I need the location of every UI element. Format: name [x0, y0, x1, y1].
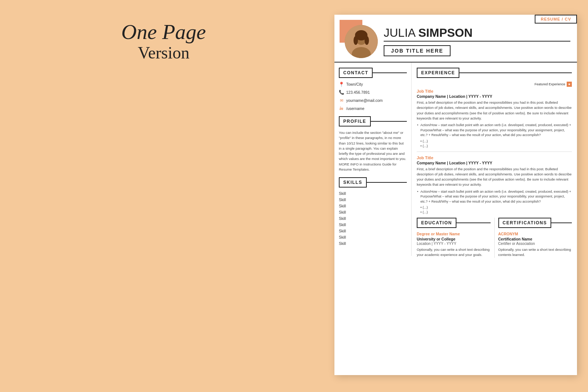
education-header-row: EDUCATION	[417, 218, 491, 228]
cert-header-row: CERTIFICATIONS	[498, 218, 572, 228]
cert-section-header: CERTIFICATIONS	[498, 218, 552, 228]
job-bullet-1-1: Action/How – start each bullet point wit…	[420, 123, 572, 138]
profile-photo	[345, 25, 378, 58]
job-description-2: First, a brief description of the positi…	[417, 167, 572, 188]
education-section: EDUCATION Degree or Master Name Universi…	[417, 218, 495, 258]
contact-location: 📍 Town/City	[339, 82, 407, 87]
skills-section-header: SKILLS	[339, 177, 367, 188]
skill-item: Skill	[339, 204, 407, 208]
contact-section: CONTACT 📍 Town/City 📞 123.456.7891	[339, 68, 407, 111]
exp-divider	[417, 152, 572, 152]
experience-section: EXPERIENCE Featured Experience ★ Job Tit…	[417, 68, 572, 258]
job-bullet-2-1: Action/How – start each bullet point wit…	[420, 189, 572, 204]
cert-description: Optionally, you can write a short text d…	[498, 247, 572, 258]
profile-header-line	[371, 121, 407, 122]
edu-degree: Degree or Master Name	[417, 232, 491, 236]
contact-header-row: CONTACT	[339, 68, 407, 78]
skill-item: Skill	[339, 241, 407, 246]
skill-item: Skill	[339, 191, 407, 196]
education-section-header: EDUCATION	[417, 218, 456, 228]
cert-acronym: ACRONYM	[498, 232, 572, 236]
profile-text: You can include the section "about me" o…	[339, 130, 407, 172]
job-bullet-1-2: • (...)	[420, 139, 572, 143]
skill-item: Skill	[339, 235, 407, 239]
job-title-1: Job Title	[417, 89, 572, 93]
job-entry-1: Job Title Company Name | Location | YYYY…	[417, 89, 572, 148]
name-divider-line	[384, 41, 570, 42]
right-column: EXPERIENCE Featured Experience ★ Job Tit…	[412, 63, 577, 263]
page-title-decoration: One Page Version	[121, 20, 206, 62]
job-entry-2: Job Title Company Name | Location | YYYY…	[417, 156, 572, 214]
avatar-svg	[345, 25, 378, 58]
location-text: Town/City	[346, 82, 363, 86]
job-title-box: JOB TITLE HERE	[384, 45, 451, 56]
email-text: yourname@mail.com	[346, 98, 383, 103]
email-icon: ✉	[339, 98, 344, 103]
edu-description: Optionally, you can write a short text d…	[417, 247, 491, 258]
job-bullet-2-2: • (...)	[420, 205, 572, 209]
featured-experience-badge: Featured Experience ★	[417, 82, 572, 87]
resume-cv-badge: RESUME / CV	[535, 15, 577, 24]
skill-item: Skill	[339, 229, 407, 233]
company-line-2: Company Name | Location | YYYY - YYYY	[417, 161, 572, 165]
edu-location: Location | YYYY - YYYY	[417, 242, 491, 246]
skills-header-line	[367, 182, 407, 183]
contact-linkedin: in /username	[339, 106, 407, 111]
first-name: JULIA	[384, 26, 415, 39]
contact-email: ✉ yourname@mail.com	[339, 98, 407, 103]
skills-section: SKILLS SkillSkillSkillSkillSkillSkillSki…	[339, 177, 407, 246]
phone-text: 123.456.7891	[346, 90, 370, 95]
svg-point-5	[365, 36, 369, 45]
bottom-sections: EDUCATION Degree or Master Name Universi…	[417, 218, 572, 258]
profile-section-header: PROFILE	[339, 116, 371, 126]
edu-school: University or College	[417, 237, 491, 241]
skills-list: SkillSkillSkillSkillSkillSkillSkillSkill…	[339, 191, 407, 246]
contact-header-line	[373, 72, 407, 73]
company-line-1: Company Name | Location | YYYY - YYYY	[417, 94, 572, 99]
job-title-2: Job Title	[417, 156, 572, 160]
experience-header-line	[459, 72, 572, 73]
experience-header-row: EXPERIENCE	[417, 68, 572, 78]
linkedin-text: /username	[346, 106, 365, 111]
edu-header-line	[456, 222, 491, 223]
location-icon: 📍	[339, 82, 344, 87]
job-bullet-1-3: • (...)	[420, 144, 572, 148]
skills-header-row: SKILLS	[339, 177, 407, 188]
person-name: JULIA SIMPSON	[384, 26, 570, 39]
phone-icon: 📞	[339, 90, 344, 95]
resume-body: CONTACT 📍 Town/City 📞 123.456.7891	[334, 63, 577, 263]
profile-section: PROFILE You can include the section "abo…	[339, 116, 407, 172]
featured-label: Featured Experience	[534, 82, 565, 86]
cert-name: Certification Name	[498, 237, 572, 241]
profile-header-row: PROFILE	[339, 116, 407, 126]
resume-header: RESUME / CV	[334, 15, 577, 63]
contact-section-header: CONTACT	[339, 68, 373, 78]
cert-certifier: Certifier or Association	[498, 242, 572, 246]
last-name: SIMPSON	[418, 26, 473, 39]
photo-circle	[345, 25, 378, 58]
job-bullet-2-3: • (...)	[420, 210, 572, 214]
header-top: JULIA SIMPSON JOB TITLE HERE	[341, 25, 570, 58]
job-description-1: First, a brief description of the positi…	[417, 100, 572, 121]
contact-phone: 📞 123.456.7891	[339, 90, 407, 95]
skill-item: Skill	[339, 197, 407, 202]
title-version: Version	[121, 44, 206, 63]
left-column: CONTACT 📍 Town/City 📞 123.456.7891	[334, 63, 412, 256]
featured-star-icon: ★	[567, 82, 572, 87]
skill-item: Skill	[339, 210, 407, 214]
name-title-area: JULIA SIMPSON JOB TITLE HERE	[384, 25, 570, 56]
title-cursive: One Page	[121, 20, 206, 44]
certifications-section: CERTIFICATIONS ACRONYM Certification Nam…	[498, 218, 572, 258]
skill-item: Skill	[339, 216, 407, 221]
linkedin-icon: in	[339, 106, 344, 111]
skill-item: Skill	[339, 222, 407, 227]
experience-section-header: EXPERIENCE	[417, 68, 459, 78]
cert-header-line	[551, 222, 572, 223]
resume-document: RESUME / CV	[334, 15, 577, 375]
svg-point-4	[354, 36, 358, 45]
